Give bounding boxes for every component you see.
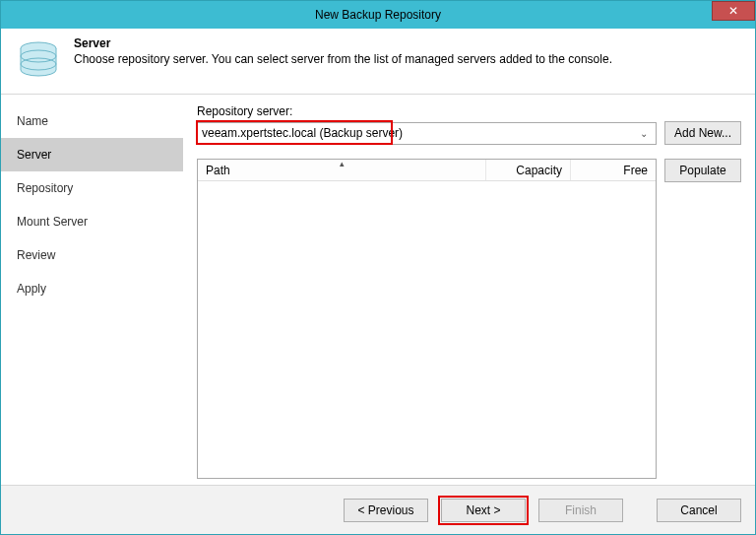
repository-server-label: Repository server: [197,104,741,118]
step-review[interactable]: Review [1,238,183,272]
step-server[interactable]: Server [1,138,183,171]
close-button[interactable]: ✕ [712,1,755,21]
paths-row: Path ▴ Capacity Free Populate [197,159,741,479]
wizard-content: Repository server: veeam.xpertstec.local… [183,95,755,485]
step-apply[interactable]: Apply [1,272,183,305]
chevron-down-icon: ⌄ [636,128,652,139]
repository-server-row: veeam.xpertstec.local (Backup server) ⌄ … [197,121,741,145]
titlebar: New Backup Repository ✕ [1,1,755,29]
column-header-capacity[interactable]: Capacity [486,160,571,180]
step-mount-server[interactable]: Mount Server [1,205,183,238]
populate-button[interactable]: Populate [664,159,741,182]
finish-button: Finish [538,499,623,522]
add-new-button[interactable]: Add New... [664,121,741,145]
next-button[interactable]: Next > [441,499,526,522]
repository-server-select[interactable]: veeam.xpertstec.local (Backup server) ⌄ [197,122,657,145]
page-subtitle: Choose repository server. You can select… [74,52,612,66]
sort-asc-icon: ▴ [340,159,345,168]
cancel-button[interactable]: Cancel [657,499,741,522]
previous-button[interactable]: < Previous [344,499,428,522]
step-repository[interactable]: Repository [1,171,183,205]
paths-grid: Path ▴ Capacity Free [197,159,657,479]
wizard-header-texts: Server Choose repository server. You can… [74,36,612,66]
page-title: Server [74,36,612,50]
step-name[interactable]: Name [1,104,183,138]
wizard-body: Name Server Repository Mount Server Revi… [1,95,755,485]
window-title: New Backup Repository [1,8,755,22]
wizard-steps-sidebar: Name Server Repository Mount Server Revi… [1,95,183,485]
repository-icon [15,36,62,84]
close-icon: ✕ [728,4,738,18]
column-header-path[interactable]: Path ▴ [198,160,486,180]
repository-server-value: veeam.xpertstec.local (Backup server) [202,126,403,140]
column-header-free[interactable]: Free [571,160,656,180]
window-frame: New Backup Repository ✕ Server Choose re… [0,0,756,535]
paths-grid-header: Path ▴ Capacity Free [198,160,656,181]
paths-grid-body[interactable] [198,181,656,478]
annotation-highlight-next: Next > [438,496,529,525]
wizard-header: Server Choose repository server. You can… [1,29,755,95]
wizard-footer: < Previous Next > Finish Cancel [1,485,755,534]
